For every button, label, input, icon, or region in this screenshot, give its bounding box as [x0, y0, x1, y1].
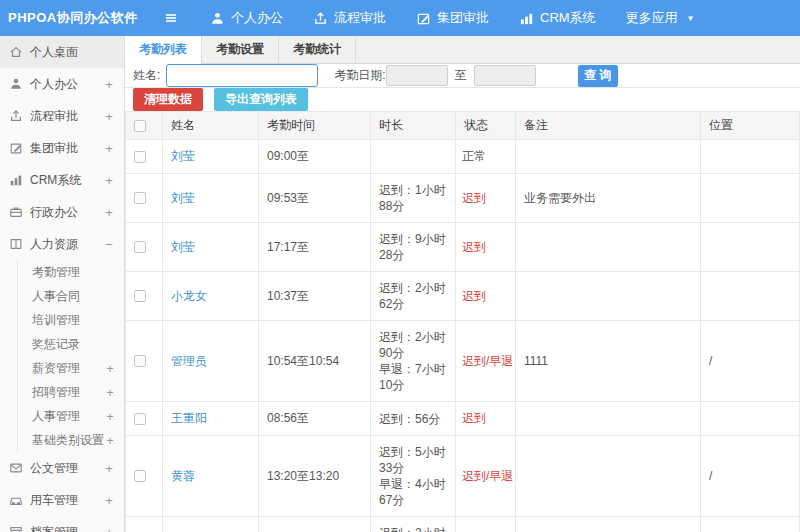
expander-icon[interactable]: +: [103, 77, 115, 92]
row-checkbox[interactable]: [134, 413, 146, 425]
employee-name-link[interactable]: 刘莹: [171, 240, 195, 254]
tab-attendance-stats[interactable]: 考勤统计: [279, 36, 356, 63]
sidebar-item-vehicle-mgmt[interactable]: 用车管理+: [0, 484, 124, 516]
name-label: 姓名:: [133, 67, 160, 84]
sidebar-item-personal-desktop[interactable]: 个人桌面: [0, 36, 124, 68]
date-to-label: 至: [455, 67, 467, 84]
sidebar-item-archive-mgmt[interactable]: 档案管理+: [0, 516, 124, 532]
sidebar-item-salary-mgmt[interactable]: 薪资管理+: [18, 356, 124, 380]
cell-attendance-time: 17:17至: [259, 223, 371, 272]
topnav-item-crm-system[interactable]: CRM系统: [519, 9, 596, 27]
cell-status: 正常: [456, 140, 516, 174]
sidebar-item-label: CRM系统: [30, 172, 103, 189]
sidebar-item-training-mgmt[interactable]: 培训管理: [18, 308, 124, 332]
col-location: 位置: [701, 112, 800, 140]
expander-icon[interactable]: −: [103, 237, 115, 252]
row-checkbox[interactable]: [134, 192, 146, 204]
sidebar-item-label: 公文管理: [30, 460, 103, 477]
topnav-label: CRM系统: [540, 9, 596, 27]
sidebar-item-group-approval[interactable]: 集团审批+: [0, 132, 124, 164]
expander-icon[interactable]: +: [104, 433, 116, 448]
sidebar-item-attendance-mgmt[interactable]: 考勤管理: [18, 260, 124, 284]
employee-name-link[interactable]: 刘莹: [171, 149, 195, 163]
expander-icon[interactable]: +: [103, 173, 115, 188]
sidebar-item-recruit-mgmt[interactable]: 招聘管理+: [18, 380, 124, 404]
topnav-item-workflow-approval[interactable]: 流程审批: [313, 9, 386, 27]
status-badge: 迟到: [462, 191, 486, 205]
duration-line: 迟到：2小时90分: [379, 329, 447, 361]
clean-data-button[interactable]: 清理数据: [133, 88, 203, 111]
employee-name-link[interactable]: 刘莹: [171, 191, 195, 205]
cell-note: [516, 436, 701, 517]
duration-line: 迟到：9小时28分: [379, 231, 447, 263]
expander-icon[interactable]: +: [103, 493, 115, 508]
chevron-down-icon: ▼: [687, 14, 695, 23]
cell-attendance-time: 09:00至: [259, 140, 371, 174]
top-nav: 个人办公流程审批集团审批CRM系统更多应用▼: [210, 9, 695, 27]
cell-status: 迟到/早退: [456, 436, 516, 517]
expander-icon[interactable]: +: [104, 409, 116, 424]
employee-name-link[interactable]: 管理员: [171, 354, 207, 368]
sidebar-item-human-resources[interactable]: 人力资源−: [0, 228, 124, 260]
cell-checkbox: [126, 140, 163, 174]
sidebar-item-base-type-config[interactable]: 基础类别设置+: [18, 428, 124, 452]
cell-attendance-time: 08:56至: [259, 402, 371, 436]
row-checkbox[interactable]: [134, 151, 146, 163]
query-button[interactable]: 查 询: [578, 65, 618, 87]
chart-icon: [519, 11, 534, 26]
export-list-button[interactable]: 导出查询列表: [214, 88, 308, 111]
expander-icon[interactable]: +: [103, 205, 115, 220]
tab-attendance-settings[interactable]: 考勤设置: [202, 36, 279, 63]
row-checkbox[interactable]: [134, 470, 146, 482]
cell-duration: 迟到：56分: [371, 402, 456, 436]
sidebar-item-admin-office[interactable]: 行政办公+: [0, 196, 124, 228]
date-from-input[interactable]: [386, 65, 448, 86]
select-all-checkbox[interactable]: [134, 120, 146, 132]
topnav-item-more-apps[interactable]: 更多应用▼: [626, 9, 695, 27]
cell-duration: 迟到：5小时33分早退：4小时67分: [371, 436, 456, 517]
employee-name-link[interactable]: 小龙女: [171, 289, 207, 303]
sidebar-item-crm-system[interactable]: CRM系统+: [0, 164, 124, 196]
sidebar-item-hr-contract[interactable]: 人事合同: [18, 284, 124, 308]
cell-note: [516, 223, 701, 272]
cell-duration: 迟到：1小时88分: [371, 174, 456, 223]
table-body: 刘莹09:00至正常刘莹09:53至迟到：1小时88分迟到业务需要外出刘莹17:…: [126, 140, 800, 532]
expander-icon[interactable]: +: [103, 109, 115, 124]
sidebar-item-label: 个人办公: [30, 76, 103, 93]
row-checkbox[interactable]: [134, 241, 146, 253]
col-attendance-time: 考勤时间: [259, 112, 371, 140]
sidebar-item-workflow-approval[interactable]: 流程审批+: [0, 100, 124, 132]
sidebar-item-personnel-mgmt[interactable]: 人事管理+: [18, 404, 124, 428]
chart-icon: [9, 173, 23, 187]
topnav-item-personal-office[interactable]: 个人办公: [210, 9, 283, 27]
row-checkbox[interactable]: [134, 355, 146, 367]
sidebar-item-reward-records[interactable]: 奖惩记录: [18, 332, 124, 356]
cell-name: 刘莹: [163, 140, 259, 174]
status-badge: 迟到: [462, 240, 486, 254]
archive-icon: [9, 525, 23, 532]
tab-attendance-list[interactable]: 考勤列表: [125, 36, 202, 64]
user-icon: [9, 77, 23, 91]
row-checkbox[interactable]: [134, 290, 146, 302]
hamburger-menu-button[interactable]: [160, 7, 182, 29]
duration-line: 早退：4小时67分: [379, 476, 447, 508]
expander-icon[interactable]: +: [103, 461, 115, 476]
topnav-label: 集团审批: [437, 9, 489, 27]
sidebar-item-label: 人事合同: [32, 288, 104, 305]
attendance-table: 姓名 考勤时间 时长 状态 备注 位置 刘莹09:00至正常刘莹09:53至迟到…: [125, 111, 800, 532]
sidebar-item-document-mgmt[interactable]: 公文管理+: [0, 452, 124, 484]
cell-attendance-time: 09:53至: [259, 174, 371, 223]
date-to-input[interactable]: [474, 65, 536, 86]
employee-name-link[interactable]: 王重阳: [171, 411, 207, 425]
sidebar-item-label: 集团审批: [30, 140, 103, 157]
cell-attendance-time: 13:20至13:20: [259, 436, 371, 517]
expander-icon[interactable]: +: [103, 141, 115, 156]
status-badge: 迟到/早退: [462, 469, 513, 483]
expander-icon[interactable]: +: [104, 361, 116, 376]
topnav-item-group-approval[interactable]: 集团审批: [416, 9, 489, 27]
expander-icon[interactable]: +: [103, 525, 115, 532]
sidebar-item-personal-office[interactable]: 个人办公+: [0, 68, 124, 100]
name-input[interactable]: [166, 64, 318, 87]
expander-icon[interactable]: +: [104, 385, 116, 400]
employee-name-link[interactable]: 黄蓉: [171, 469, 195, 483]
